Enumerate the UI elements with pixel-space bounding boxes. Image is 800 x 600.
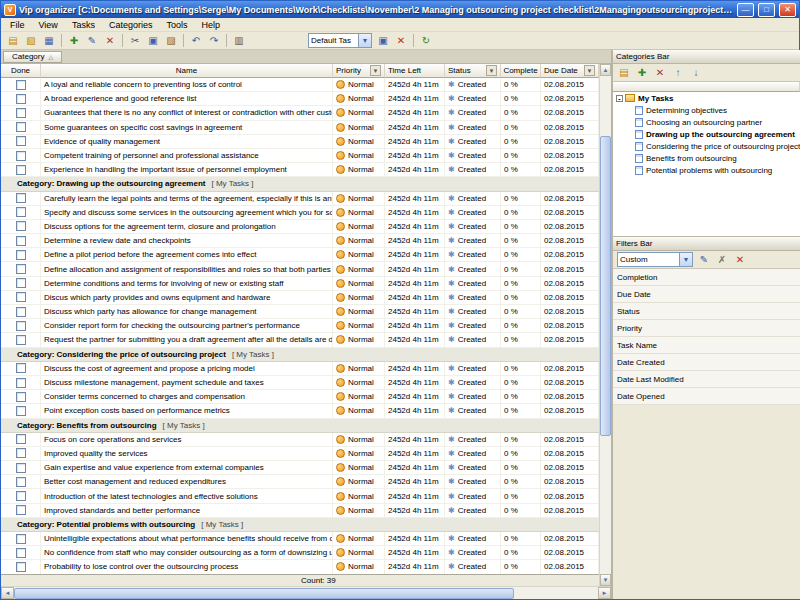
move-category-up-button[interactable]: ↑ (669, 65, 687, 81)
column-header-complete[interactable]: Complete (501, 64, 541, 78)
task-row[interactable]: Determine a review date and checkpointsN… (1, 234, 599, 248)
task-done-checkbox[interactable] (16, 264, 26, 274)
task-row[interactable]: Discuss the cost of agreement and propos… (1, 362, 599, 376)
delete-category-button[interactable]: ✕ (651, 65, 669, 81)
menu-item-categories[interactable]: Categories (102, 18, 160, 31)
tree-item[interactable]: -My Tasks3939 (613, 92, 800, 104)
filter-row[interactable]: Date Opened▼ (613, 388, 800, 405)
task-row[interactable]: Competent training of personnel and prof… (1, 149, 599, 163)
horizontal-scrollbar[interactable]: ◄ ► (1, 586, 611, 599)
print-button[interactable]: ▥ (230, 33, 248, 49)
tree-item[interactable]: Choosing an outsourcing partner88 (613, 116, 800, 128)
category-row[interactable]: Category: Potential problems with outsou… (1, 518, 599, 532)
task-row[interactable]: Evidence of quality managementNormal2452… (1, 135, 599, 149)
horizontal-scrollbar-track[interactable] (14, 587, 598, 599)
filter-row[interactable]: Date Created▼ (613, 354, 800, 371)
task-row[interactable]: Introduction of the latest technologies … (1, 489, 599, 503)
task-row[interactable]: Better cost management and reduced expen… (1, 475, 599, 489)
task-row[interactable]: Probability to lose control over the out… (1, 560, 599, 574)
scroll-down-button[interactable]: ▼ (600, 574, 611, 586)
task-done-checkbox[interactable] (16, 491, 26, 501)
copy-button[interactable]: ▣ (144, 33, 162, 49)
task-row[interactable]: Consider report form for checking the ou… (1, 319, 599, 333)
menu-item-tasks[interactable]: Tasks (65, 18, 102, 31)
task-done-checkbox[interactable] (16, 378, 26, 388)
task-row[interactable]: Discuss options for the agreement term, … (1, 220, 599, 234)
group-by-category-chip[interactable]: Category △ (3, 51, 62, 63)
vertical-scrollbar[interactable]: ▲ ▼ (599, 64, 611, 586)
add-subcategory-button[interactable]: ✚ (633, 65, 651, 81)
task-done-checkbox[interactable] (16, 448, 26, 458)
menu-item-view[interactable]: View (32, 18, 65, 31)
task-done-checkbox[interactable] (16, 335, 26, 345)
status-filter-icon[interactable]: ▼ (486, 65, 497, 76)
task-row[interactable]: Guarantees that there is no any conflict… (1, 106, 599, 120)
horizontal-scrollbar-thumb[interactable] (14, 588, 514, 599)
new-checklist-button[interactable]: ▤ (4, 33, 22, 49)
task-done-checkbox[interactable] (16, 136, 26, 146)
task-done-checkbox[interactable] (16, 207, 26, 217)
task-row[interactable]: Point exception costs based on performan… (1, 404, 599, 418)
undo-button[interactable]: ↶ (187, 33, 205, 49)
task-done-checkbox[interactable] (16, 392, 26, 402)
filter-preset-dropdown-icon[interactable]: ▼ (679, 252, 693, 267)
save-checklist-button[interactable]: ▦ (40, 33, 58, 49)
close-button[interactable]: ✕ (779, 3, 796, 17)
task-row[interactable]: Unintelligible expectations about what p… (1, 532, 599, 546)
category-row[interactable]: Category: Drawing up the outsourcing agr… (1, 177, 599, 191)
column-header-status[interactable]: Status ▼ (445, 64, 501, 78)
task-row[interactable]: Determine conditions and terms for invol… (1, 277, 599, 291)
task-done-checkbox[interactable] (16, 505, 26, 515)
clear-filter-button[interactable]: ✗ (713, 252, 731, 268)
filter-row[interactable]: Task Name▼ (613, 337, 800, 354)
new-category-button[interactable]: ▤ (615, 65, 633, 81)
task-row[interactable]: Focus on core operations and servicesNor… (1, 433, 599, 447)
refresh-button[interactable]: ↻ (417, 33, 435, 49)
delete-task-button[interactable]: ✕ (101, 33, 119, 49)
column-header-priority[interactable]: Priority ▼ (333, 64, 385, 78)
task-row[interactable]: Consider terms concerned to charges and … (1, 390, 599, 404)
tree-name-column-header[interactable] (613, 82, 800, 92)
task-done-checkbox[interactable] (16, 406, 26, 416)
task-row[interactable]: Define a pilot period before the agreeme… (1, 248, 599, 262)
minimize-button[interactable]: — (737, 3, 754, 17)
tree-item[interactable]: Considering the price of outsourcing pro… (613, 140, 800, 152)
task-done-checkbox[interactable] (16, 534, 26, 544)
priority-filter-icon[interactable]: ▼ (370, 65, 381, 76)
category-row[interactable]: Category: Considering the price of outso… (1, 348, 599, 362)
task-row[interactable]: No confidence from staff who may conside… (1, 546, 599, 560)
filter-preset-combo[interactable]: Custom ▼ (617, 252, 693, 267)
maximize-button[interactable]: □ (758, 3, 775, 17)
task-row[interactable]: A loyal and reliable concern to preventi… (1, 78, 599, 92)
task-row[interactable]: Request the partner for submitting you a… (1, 333, 599, 347)
filter-row[interactable]: Completion▼ (613, 269, 800, 286)
menu-item-tools[interactable]: Tools (159, 18, 194, 31)
task-done-checkbox[interactable] (16, 221, 26, 231)
menu-item-file[interactable]: File (3, 18, 32, 31)
task-done-checkbox[interactable] (16, 193, 26, 203)
default-task-manage-button[interactable]: ▣ (374, 33, 392, 49)
task-row[interactable]: A broad experience and good reference li… (1, 92, 599, 106)
combo-dropdown-icon[interactable]: ▼ (358, 33, 372, 48)
scroll-left-button[interactable]: ◄ (1, 587, 14, 599)
task-done-checkbox[interactable] (16, 463, 26, 473)
task-row[interactable]: Improved quality the servicesNormal2452d… (1, 447, 599, 461)
tree-item[interactable]: Drawing up the outsourcing agreement1111 (613, 128, 800, 140)
task-row[interactable]: Improved standards and better performanc… (1, 504, 599, 518)
filter-row[interactable]: Due Date▼ (613, 286, 800, 303)
vertical-scrollbar-thumb[interactable] (600, 136, 611, 436)
redo-button[interactable]: ↷ (205, 33, 223, 49)
task-done-checkbox[interactable] (16, 236, 26, 246)
tree-item[interactable]: Determining objectives55 (613, 104, 800, 116)
task-row[interactable]: Discuss milestone management, payment sc… (1, 376, 599, 390)
tree-item[interactable]: Potential problems with outsourcing55 (613, 164, 800, 176)
default-task-combo[interactable]: Default Tas ▼ (308, 33, 372, 48)
column-header-done[interactable]: Done (1, 64, 41, 78)
filter-row[interactable]: Status▼ (613, 303, 800, 320)
task-row[interactable]: Experience in handling the important iss… (1, 163, 599, 177)
scroll-right-button[interactable]: ► (598, 587, 611, 599)
scroll-up-button[interactable]: ▲ (600, 64, 611, 76)
task-row[interactable]: Discus which party provides and owns equ… (1, 291, 599, 305)
filter-row[interactable]: Date Last Modified▼ (613, 371, 800, 388)
default-task-clear-button[interactable]: ✕ (392, 33, 410, 49)
